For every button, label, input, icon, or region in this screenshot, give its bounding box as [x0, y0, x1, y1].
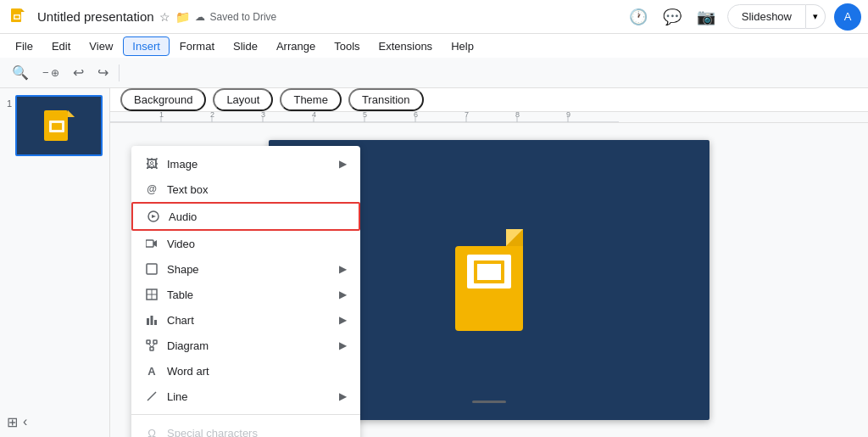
theme-button[interactable]: Theme [280, 88, 341, 111]
menu-item-table-left: Table [145, 288, 193, 301]
zoom-input[interactable]: − ⊕ [37, 63, 64, 82]
svg-text:8: 8 [515, 112, 520, 119]
menu-arrange[interactable]: Arrange [268, 37, 324, 55]
ruler: 1 2 3 4 5 6 7 8 9 [110, 112, 868, 123]
svg-rect-2 [15, 15, 19, 18]
svg-text:2: 2 [210, 112, 214, 119]
menu-item-video[interactable]: Video [131, 231, 360, 256]
svg-text:1: 1 [159, 112, 164, 119]
svg-rect-31 [147, 318, 149, 325]
menu-item-textbox-label: Text box [167, 183, 208, 196]
table-submenu-arrow: ▶ [339, 289, 347, 300]
menu-extensions[interactable]: Extensions [370, 37, 442, 55]
image-icon: 🖼 [145, 157, 159, 171]
svg-rect-26 [146, 240, 153, 247]
folder-icon[interactable]: 📁 [175, 10, 190, 24]
redo-button[interactable]: ↪ [92, 61, 114, 84]
video-icon [145, 237, 159, 250]
svg-text:3: 3 [261, 112, 265, 119]
slide-thumbnail-1[interactable] [15, 95, 103, 156]
avatar[interactable]: A [834, 3, 861, 31]
menu-item-table[interactable]: Table ▶ [131, 282, 360, 307]
slideshow-dropdown-button[interactable]: ▾ [806, 4, 826, 29]
menu-item-shape[interactable]: Shape ▶ [131, 256, 360, 282]
menu-item-wordart-left: A Word art [145, 364, 209, 378]
menu-help[interactable]: Help [442, 37, 482, 55]
menu-item-audio-left: Audio [147, 210, 197, 223]
special-chars-icon: Ω [145, 426, 159, 437]
history-icon[interactable]: 🕐 [626, 4, 651, 30]
slideshow-button[interactable]: Slideshow [727, 4, 806, 29]
main-area: 1 ⊞ ‹ Background Layout Theme Transit [0, 88, 868, 437]
svg-rect-35 [153, 340, 157, 344]
search-button[interactable]: 🔍 [7, 61, 34, 84]
grid-view-icon[interactable]: ⊞ [7, 414, 18, 430]
menu-item-textbox[interactable]: @ Text box [131, 176, 360, 202]
undo-button[interactable]: ↩ [68, 61, 89, 84]
menu-item-special-chars: Ω Special characters [131, 420, 360, 437]
svg-text:5: 5 [363, 112, 367, 119]
line-submenu-arrow: ▶ [339, 390, 347, 402]
ruler-svg: 1 2 3 4 5 6 7 8 9 [110, 112, 868, 122]
insert-dropdown-menu: 🖼 Image ▶ @ Text box Audio [131, 146, 360, 437]
collapse-panel-icon[interactable]: ‹ [23, 414, 27, 430]
video-call-icon[interactable]: 📷 [693, 4, 719, 30]
slideshow-button-group: Slideshow ▾ [727, 4, 826, 29]
menu-item-shape-label: Shape [167, 263, 199, 276]
menu-item-image-left: 🖼 Image [145, 157, 198, 171]
logo-screen [467, 255, 511, 289]
toolbar-separator-1 [119, 64, 120, 81]
menu-file[interactable]: File [7, 37, 42, 55]
shape-icon [145, 262, 159, 276]
menu-item-audio[interactable]: Audio [131, 202, 360, 231]
diagram-icon [145, 339, 159, 352]
chart-icon [145, 313, 159, 327]
menu-item-textbox-left: @ Text box [145, 182, 208, 196]
menu-view[interactable]: View [81, 37, 121, 55]
chart-submenu-arrow: ▶ [339, 314, 347, 326]
toolbar: 🔍 − ⊕ ↩ ↪ [0, 58, 868, 88]
svg-text:9: 9 [566, 112, 570, 119]
layout-button[interactable]: Layout [213, 88, 273, 111]
slide-toolbar: Background Layout Theme Transition [110, 88, 868, 112]
logo-screen-inner [474, 261, 504, 283]
menu-edit[interactable]: Edit [43, 37, 79, 55]
menu-tools[interactable]: Tools [326, 37, 368, 55]
title-section: Untitled presentation ☆ 📁 ☁ Saved to Dri… [37, 9, 276, 24]
menu-item-chart[interactable]: Chart ▶ [131, 307, 360, 333]
slides-panel: 1 ⊞ ‹ [0, 88, 110, 437]
menu-format[interactable]: Format [171, 37, 223, 55]
svg-rect-5 [52, 123, 62, 130]
zoom-minus[interactable]: − [42, 66, 49, 79]
menu-insert[interactable]: Insert [123, 36, 170, 56]
menu-item-line[interactable]: Line ▶ [131, 384, 360, 409]
menu-item-chart-left: Chart [145, 313, 194, 327]
menu-item-video-left: Video [145, 237, 195, 250]
menu-item-image[interactable]: 🖼 Image ▶ [131, 151, 360, 176]
shape-submenu-arrow: ▶ [339, 263, 347, 275]
svg-rect-36 [150, 347, 153, 350]
top-right: 🕐 💬 📷 Slideshow ▾ A [626, 3, 861, 31]
background-button[interactable]: Background [120, 88, 206, 111]
svg-line-39 [147, 392, 156, 401]
menu-item-diagram[interactable]: Diagram ▶ [131, 333, 360, 358]
menu-item-image-label: Image [167, 158, 198, 171]
line-icon [145, 389, 159, 403]
chat-icon[interactable]: 💬 [659, 4, 685, 30]
star-icon[interactable]: ☆ [159, 10, 170, 24]
panel-bottom-icons: ⊞ ‹ [7, 414, 27, 430]
menu-item-wordart-label: Word art [167, 365, 209, 378]
svg-text:4: 4 [312, 112, 316, 119]
menu-slide[interactable]: Slide [225, 37, 266, 55]
menu-item-audio-label: Audio [169, 210, 197, 223]
doc-title[interactable]: Untitled presentation [37, 9, 154, 24]
slide-thumb-icon [44, 107, 75, 144]
cloud-icon: ☁ [195, 11, 205, 23]
menu-item-special-chars-left: Ω Special characters [145, 426, 258, 437]
zoom-level[interactable]: ⊕ [51, 67, 59, 79]
menu-item-special-chars-label: Special characters [167, 427, 258, 438]
transition-button[interactable]: Transition [348, 88, 424, 111]
menu-item-wordart[interactable]: A Word art [131, 358, 360, 384]
svg-rect-27 [147, 264, 157, 274]
svg-rect-32 [151, 316, 153, 325]
